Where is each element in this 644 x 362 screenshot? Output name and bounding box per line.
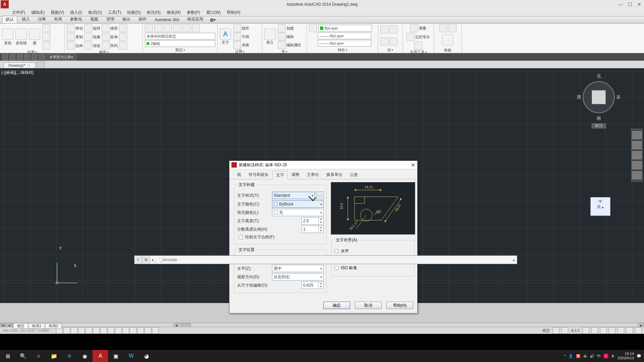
dialog-close-button[interactable]: ✕ [411, 162, 415, 168]
command-line[interactable]: × ⚙ ▸_ '_dimstyle ▴ [134, 255, 517, 264]
lineweight-dropdown[interactable]: ——— ByLayer [318, 33, 371, 39]
close-button[interactable]: ✕ [635, 0, 644, 9]
ok-button[interactable]: 确定 [323, 302, 350, 309]
tray-notif-icon[interactable]: 💬 [637, 354, 641, 358]
file-tab-drawing1[interactable]: Drawing1*× [3, 62, 35, 68]
rect-icon[interactable] [42, 33, 50, 41]
horizontal-dropdown[interactable]: 居中▾ [272, 265, 324, 272]
menu-modify[interactable]: 修改(M) [165, 9, 183, 16]
tray-up-icon[interactable]: ^ [564, 354, 566, 358]
status-grid-icon[interactable] [63, 327, 70, 334]
status-r8-icon[interactable] [626, 327, 633, 334]
tray-s-icon[interactable]: S [603, 354, 608, 358]
groupedit-icon[interactable] [380, 38, 388, 46]
qat-save-icon[interactable] [17, 54, 23, 60]
cmd-expand-icon[interactable]: ▴ [511, 257, 517, 262]
copy-icon[interactable] [67, 33, 75, 41]
align-iso-radio[interactable] [334, 266, 339, 270]
ribtab-insert[interactable]: 插入 [18, 15, 34, 23]
tray-people-icon[interactable]: 👤 [569, 354, 573, 358]
task-explorer-icon[interactable]: 📁 [46, 350, 62, 362]
status-3dosnap-icon[interactable] [93, 327, 100, 334]
task-autocad-icon[interactable]: A [93, 350, 108, 362]
status-lwt-icon[interactable] [122, 327, 129, 334]
arrayrect-icon[interactable] [102, 42, 110, 50]
ribtab-annotate[interactable]: 注释 [34, 15, 50, 23]
tray-vol-icon[interactable]: 🔊 [590, 354, 594, 358]
panel-block-title[interactable]: 块 [264, 49, 305, 54]
menu-edit[interactable]: 编辑(E) [29, 9, 47, 16]
align-horizontal-radio[interactable] [334, 249, 339, 253]
status-scale-button[interactable]: A 1:1 [570, 328, 581, 333]
layout-tab-model[interactable]: 模型 [13, 323, 28, 328]
ribtab-extra-icon[interactable]: ▦▾ [208, 16, 218, 23]
menu-dim[interactable]: 标注(N) [145, 9, 163, 16]
layerprop-icon[interactable] [145, 24, 153, 32]
ribtab-layout[interactable]: 布局 [50, 15, 66, 23]
tab-primary[interactable]: 主单位 [303, 171, 323, 179]
status-tpy-icon[interactable] [130, 327, 137, 334]
status-r6-icon[interactable] [609, 327, 615, 334]
nav-orbit-icon[interactable] [632, 161, 642, 169]
panel-annot-title[interactable]: 注释 [220, 49, 260, 54]
text-height-input[interactable]: 2.5▲▼ [302, 217, 324, 225]
text-style-browse-button[interactable]: … [316, 191, 324, 199]
divide-icon[interactable] [407, 33, 415, 41]
menu-format[interactable]: 格式(O) [86, 9, 104, 16]
block-create-icon[interactable] [278, 24, 286, 32]
task-chrome-icon[interactable]: ◉ [77, 350, 93, 362]
text-color-dropdown[interactable]: ByBlock▾ [272, 200, 324, 208]
minimize-button[interactable]: — [616, 0, 625, 9]
explode-icon[interactable] [119, 42, 127, 50]
color-dropdown[interactable]: ByLayer [318, 25, 372, 32]
tab-symbols[interactable]: 符号和箭头 [245, 171, 272, 179]
panel-layer-title[interactable]: 图层 [145, 47, 215, 53]
ribtab-featured[interactable]: 精选应用 [183, 15, 207, 23]
calc-icon[interactable] [414, 42, 422, 50]
layerlock-icon[interactable] [182, 24, 191, 32]
ribtab-default[interactable]: 默认 [2, 16, 17, 23]
layerfreeze-icon[interactable] [173, 24, 181, 32]
menu-window[interactable]: 窗口(W) [204, 9, 223, 16]
panel-util-title[interactable]: 实用工具 [405, 50, 432, 55]
panel-prop-title[interactable]: 特性 [309, 47, 376, 53]
ime-indicator[interactable]: 中 简 ▴ [590, 197, 610, 216]
panel-modify-title[interactable]: 修改 [67, 50, 141, 55]
menu-view[interactable]: 视图(V) [49, 9, 66, 16]
scale-icon[interactable] [84, 42, 92, 50]
extend-icon[interactable] [102, 33, 110, 41]
array-icon[interactable] [119, 33, 127, 41]
viewdir-dropdown[interactable]: 从左到右▾ [272, 273, 324, 281]
status-r5-icon[interactable] [600, 327, 607, 334]
tab-alt[interactable]: 换算单位 [323, 171, 346, 179]
layeriso-icon[interactable] [164, 24, 172, 32]
panel-draw-title[interactable]: 绘图 [2, 50, 62, 55]
task-edge-icon[interactable]: e [62, 350, 77, 362]
ribtab-output[interactable]: 输出 [119, 15, 134, 23]
menu-file[interactable]: 文件(F) [10, 9, 27, 16]
nav-wheel-icon[interactable] [632, 131, 642, 139]
tray-lang-icon[interactable]: 中 [597, 354, 601, 359]
line-icon[interactable] [2, 28, 13, 40]
linetype-dropdown[interactable]: ——— ByLayer [318, 40, 371, 47]
workspace-dropdown[interactable]: ⚙ 草图与注释 ▾ [46, 54, 76, 60]
status-r7-icon[interactable] [618, 327, 624, 334]
groupsel-icon[interactable] [389, 38, 397, 46]
layer-state-dropdown[interactable]: 未保存的图层状态 [145, 33, 215, 40]
table-icon[interactable] [233, 41, 241, 49]
task-app1-icon[interactable]: ▣ [108, 350, 123, 362]
stretch-icon[interactable] [67, 42, 75, 50]
status-osnap-icon[interactable] [86, 327, 92, 334]
fraction-scale-input[interactable]: 1▲▼ [302, 226, 324, 233]
ribtab-view[interactable]: 视图 [87, 15, 102, 23]
status-am-icon[interactable] [152, 327, 159, 334]
qat-new-icon[interactable] [2, 54, 8, 60]
circle-icon[interactable] [29, 28, 40, 40]
nav-showmotion-icon[interactable] [632, 171, 642, 179]
qat-plot-icon[interactable] [39, 54, 45, 60]
tab-tol[interactable]: 公差 [346, 171, 362, 179]
cmd-options-icon[interactable]: ⚙ [142, 256, 150, 263]
help-button[interactable]: 帮助(H) [386, 302, 413, 309]
status-r2-icon[interactable] [561, 327, 568, 334]
tray-more-icon[interactable]: 🗎 [611, 354, 615, 358]
